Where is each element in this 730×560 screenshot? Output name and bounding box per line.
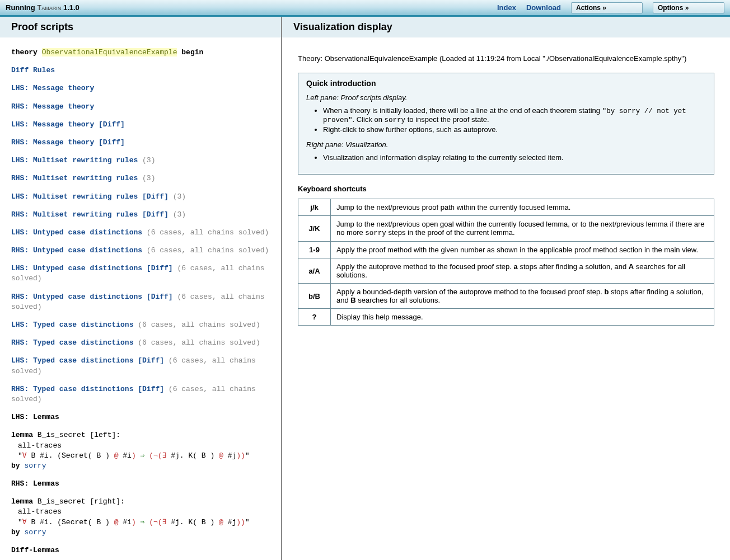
quick-intro-box: Quick introduction Left pane: Proof scri… [298, 73, 714, 175]
right-pane: Visualization display Theory: Observatio… [282, 17, 730, 560]
theory-declaration: theory ObservationalEquivalenceExample b… [11, 48, 270, 58]
quick-intro-title: Quick introduction [306, 79, 706, 88]
lhs-untyped-diff-link[interactable]: LHS: Untyped case distinctions [Diff] [11, 264, 173, 272]
lemma-right-formula: "∀ B #i. (Secret( B ) @ #i) ⇒ (¬(∃ #j. K… [11, 517, 270, 528]
index-link[interactable]: Index [497, 3, 516, 12]
lhs-message-theory-link[interactable]: LHS: Message theory [11, 84, 94, 92]
rhs-lemmas-heading: RHS: Lemmas [11, 479, 59, 488]
rhs-typed-link[interactable]: RHS: Typed case distinctions [11, 338, 133, 347]
rhs-untyped-diff-link[interactable]: RHS: Untyped case distinctions [Diff] [11, 293, 173, 301]
left-pane: Proof scripts theory ObservationalEquiva… [0, 17, 282, 560]
topbar: Running Tamarin 1.1.0 Index Download Act… [0, 0, 730, 17]
lhs-untyped-link[interactable]: LHS: Untyped case distinctions [11, 228, 142, 237]
right-pane-title: Visualization display [282, 17, 730, 37]
quick-intro-item: Visualization and information display re… [323, 153, 706, 162]
options-dropdown[interactable]: Options » [653, 2, 724, 13]
proof-script-area: theory ObservationalEquivalenceExample b… [0, 37, 281, 560]
rhs-message-theory-diff-link[interactable]: RHS: Message theory [Diff] [11, 138, 125, 147]
quick-intro-item: When a theory is initially loaded, there… [323, 106, 706, 124]
download-link[interactable]: Download [526, 3, 561, 12]
topbar-title: Running Tamarin 1.1.0 [6, 3, 497, 12]
kb-shortcuts-title: Keyboard shortcuts [298, 185, 714, 193]
lemma-left-formula: "∀ B #i. (Secret( B ) @ #i) ⇒ (¬(∃ #j. K… [11, 451, 270, 461]
rhs-message-theory-link[interactable]: RHS: Message theory [11, 102, 94, 111]
topbar-actions: Index Download Actions » Options » [497, 2, 724, 13]
left-pane-title: Proof scripts [0, 17, 281, 37]
sorry-link[interactable]: sorry [24, 462, 46, 470]
table-row: 1-9 Apply the proof method with the give… [298, 242, 714, 258]
sorry-link[interactable]: sorry [24, 528, 46, 537]
kb-shortcuts-table: j/k Jump to the next/previous proof path… [298, 199, 714, 326]
lemma-left: lemma B_is_secret [left]: all-traces "∀ … [11, 430, 270, 471]
lhs-typed-diff-link[interactable]: LHS: Typed case distinctions [Diff] [11, 356, 164, 365]
theory-info: Theory: ObservationalEquivalenceExample … [298, 54, 714, 63]
lhs-message-theory-diff-link[interactable]: LHS: Message theory [Diff] [11, 120, 125, 129]
table-row: b/B Apply a bounded-depth version of the… [298, 284, 714, 309]
lemma-right: lemma B_is_secret [right]: all-traces "∀… [11, 497, 270, 538]
table-row: a/A Apply the autoprove method to the fo… [298, 258, 714, 284]
quick-intro-item: Right-click to show further options, suc… [323, 125, 706, 134]
table-row: ? Display this help message. [298, 309, 714, 326]
actions-dropdown[interactable]: Actions » [571, 2, 643, 13]
rhs-typed-diff-link[interactable]: RHS: Typed case distinctions [Diff] [11, 385, 164, 393]
table-row: j/k Jump to the next/previous proof path… [298, 199, 714, 216]
table-row: J/K Jump to the next/previous open goal … [298, 216, 714, 242]
diff-rules-link[interactable]: Diff Rules [11, 66, 55, 74]
lhs-multiset-diff-link[interactable]: LHS: Multiset rewriting rules [Diff] [11, 192, 169, 201]
rhs-untyped-link[interactable]: RHS: Untyped case distinctions [11, 246, 142, 255]
lhs-lemmas-heading: LHS: Lemmas [11, 413, 59, 421]
rhs-multiset-link[interactable]: RHS: Multiset rewriting rules [11, 174, 138, 182]
lhs-typed-link[interactable]: LHS: Typed case distinctions [11, 321, 133, 329]
rhs-multiset-diff-link[interactable]: RHS: Multiset rewriting rules [Diff] [11, 210, 169, 219]
lhs-multiset-link[interactable]: LHS: Multiset rewriting rules [11, 156, 138, 164]
diff-lemmas-heading: Diff-Lemmas [11, 546, 59, 554]
